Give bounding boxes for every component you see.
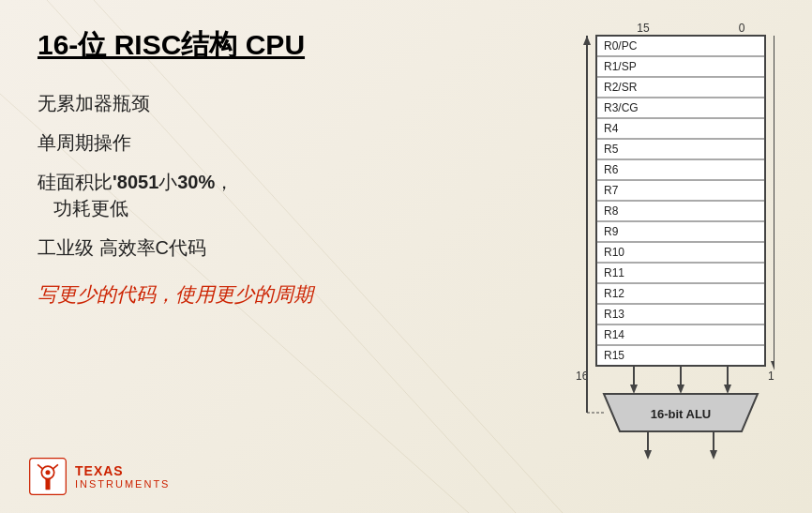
ti-logo-icon [28, 457, 68, 496]
svg-text:R3/CG: R3/CG [604, 101, 639, 114]
svg-text:R5: R5 [604, 143, 619, 156]
ti-sub: INSTRUMENTS [75, 478, 170, 490]
svg-text:15: 15 [637, 22, 650, 35]
svg-marker-54 [710, 450, 717, 460]
svg-text:R4: R4 [604, 122, 619, 135]
ti-logo-text: TEXAS INSTRUMENTS [75, 463, 170, 490]
svg-text:R12: R12 [604, 287, 624, 300]
svg-text:16-bit ALU: 16-bit ALU [651, 407, 712, 421]
svg-text:R2/SR: R2/SR [604, 81, 638, 94]
slide-container: 16-位 RISC结构 CPU 无累加器瓶颈 单周期操作 硅面积比'8051小3… [0, 0, 812, 513]
svg-text:R9: R9 [604, 225, 619, 238]
ti-brand: TEXAS [75, 463, 170, 478]
svg-text:R6: R6 [604, 163, 619, 176]
svg-point-61 [45, 470, 50, 475]
register-diagram: 15 0 R0/PC [503, 19, 774, 506]
svg-marker-6 [583, 36, 591, 45]
svg-text:16: 16 [768, 370, 774, 383]
left-panel: 16-位 RISC结构 CPU 无累加器瓶颈 单周期操作 硅面积比'8051小3… [38, 28, 441, 309]
bullet-4: 工业级 高效率C代码 [38, 234, 441, 261]
bold-8051: '8051 [113, 172, 158, 192]
italic-tagline: 写更少的代码，使用更少的周期 [38, 279, 441, 309]
bullet-3: 硅面积比'8051小30%， 功耗更低 [38, 169, 441, 221]
svg-marker-44 [677, 385, 684, 394]
bullet-1: 无累加器瓶颈 [38, 90, 441, 116]
right-panel: 15 0 R0/PC [493, 19, 784, 506]
svg-text:R0/PC: R0/PC [604, 39, 638, 53]
svg-text:R7: R7 [604, 184, 619, 197]
slide-title: 16-位 RISC结构 CPU [38, 28, 441, 62]
svg-rect-62 [45, 479, 50, 490]
bullet-list: 无累加器瓶颈 单周期操作 硅面积比'8051小30%， 功耗更低 工业级 高效率… [38, 90, 441, 261]
svg-text:R8: R8 [604, 204, 619, 218]
svg-text:R1/SP: R1/SP [604, 60, 637, 73]
svg-marker-42 [630, 385, 638, 394]
svg-text:R11: R11 [604, 266, 624, 279]
svg-text:R15: R15 [604, 349, 624, 362]
svg-marker-46 [724, 385, 731, 394]
bullet-2: 单周期操作 [38, 129, 441, 156]
svg-text:0: 0 [739, 22, 745, 35]
svg-text:R14: R14 [604, 328, 624, 341]
bold-30: 30% [177, 172, 215, 192]
svg-text:R10: R10 [604, 246, 624, 259]
svg-marker-52 [644, 450, 652, 460]
ti-logo: TEXAS INSTRUMENTS [28, 457, 170, 496]
svg-text:R13: R13 [604, 308, 624, 321]
